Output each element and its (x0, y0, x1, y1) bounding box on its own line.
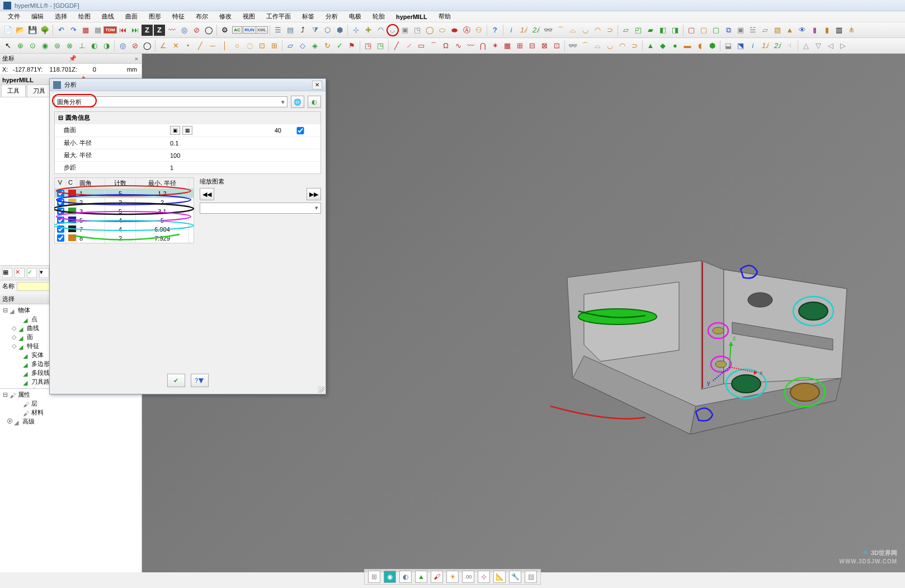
tb-open-icon[interactable]: 📂 (15, 25, 26, 36)
tb-no2-icon[interactable]: ⊘ (129, 40, 140, 51)
tb-check-icon[interactable]: ✓ (334, 40, 345, 51)
tb-run-icon[interactable]: RUN (244, 25, 255, 36)
tb-z2-icon[interactable]: Z (154, 25, 165, 36)
help-button[interactable]: ?⯆ (191, 374, 209, 387)
tb-line1-icon[interactable]: ╱ (391, 40, 402, 51)
tb-sq4-icon[interactable]: ▣ (735, 25, 746, 36)
tb-axis-icon[interactable]: ⊹ (350, 25, 361, 36)
tb-grid2-icon[interactable]: ⊟ (526, 40, 538, 51)
tb-wave2-icon[interactable]: 〰 (465, 40, 476, 51)
tb-arc1-icon[interactable]: ⌒ (555, 25, 566, 36)
tb-arc7-icon[interactable]: ⌒ (579, 40, 591, 51)
tb-edge-icon[interactable]: ▣ (399, 25, 411, 36)
tb-arc11-icon[interactable]: ⊃ (629, 40, 640, 51)
tb-arc3-icon[interactable]: ◡ (579, 25, 591, 36)
col-minr[interactable]: 最小. 半径 (136, 178, 189, 189)
tb-tri2-icon[interactable]: ▽ (813, 40, 824, 51)
col-c[interactable]: C (66, 178, 77, 189)
menu-tire[interactable]: 轮胎 (367, 11, 390, 22)
status-wire-icon[interactable]: ⊞ (368, 571, 380, 583)
tb-rect-icon[interactable]: ▭ (416, 40, 427, 51)
tb-ring-icon[interactable]: ◯ (203, 25, 214, 36)
tb-layer2-icon[interactable]: ☱ (747, 25, 758, 36)
moon-button[interactable]: ◐ (308, 96, 321, 108)
x-input[interactable] (10, 66, 37, 73)
tb-sq1-icon[interactable]: ▢ (686, 25, 697, 36)
status-layer-icon[interactable]: ▤ (525, 571, 537, 583)
tb-ext2-icon[interactable]: ◆ (657, 40, 668, 51)
tb-boxcir-icon[interactable]: ⊡ (256, 40, 267, 51)
menu-electrode[interactable]: 电极 (343, 11, 367, 22)
tb-surf3-icon[interactable]: ▰ (645, 25, 656, 36)
tb-slash-icon[interactable]: ╱ (195, 40, 206, 51)
tb-plane1-icon[interactable]: ▱ (285, 40, 296, 51)
tb-surf2-icon[interactable]: ◰ (633, 25, 644, 36)
menu-help[interactable]: 帮助 (433, 11, 456, 22)
tb-shape2-icon[interactable]: ⬬ (449, 25, 460, 36)
table-row[interactable]: 222 (55, 198, 194, 207)
tb-shape-icon[interactable]: ⬭ (436, 25, 447, 36)
tb-sq3-icon[interactable]: ▢ (710, 25, 722, 36)
tb-snap-tan-icon[interactable]: ◐ (88, 40, 100, 51)
table-row[interactable]: 151.2 (55, 189, 194, 198)
tb-save-icon[interactable]: 💾 (27, 25, 38, 36)
tb-tri4-icon[interactable]: ▷ (837, 40, 849, 51)
tb-target2-icon[interactable]: ◎ (117, 40, 128, 51)
tb-no-icon[interactable]: ⊘ (191, 25, 202, 36)
tb-person-icon[interactable]: ⚇ (473, 25, 484, 36)
z-input[interactable] (79, 66, 96, 73)
tb-grid-icon[interactable]: ▦ (80, 25, 91, 36)
tb-omega-icon[interactable]: Ω (440, 40, 451, 51)
tb-snap-ctr-icon[interactable]: ⊚ (51, 40, 63, 51)
menu-hypermill[interactable]: hyperMILL (390, 12, 433, 21)
tb-info2-icon[interactable]: i (747, 40, 758, 51)
tb-funnel-icon[interactable]: ⧩ (309, 25, 320, 36)
tb-col1-icon[interactable]: ▮ (809, 25, 820, 36)
tb-sq2-icon[interactable]: ▢ (698, 25, 709, 36)
maxr-value[interactable]: 100 (170, 152, 180, 159)
tb-target-icon[interactable]: ◎ (178, 25, 190, 36)
row-checkbox[interactable] (57, 234, 64, 242)
menu-modify[interactable]: 修改 (214, 11, 237, 22)
menu-shape[interactable]: 图形 (143, 11, 167, 22)
tb-new-icon[interactable]: 📄 (2, 25, 13, 36)
tb-arc5-icon[interactable]: ⊃ (604, 25, 615, 36)
menu-analyze[interactable]: 分析 (320, 11, 343, 22)
pick-button-1[interactable]: ▣ (170, 126, 180, 135)
table-row[interactable]: 545 (55, 216, 194, 225)
tb-plus-icon[interactable]: ✚ (362, 25, 374, 36)
pick-button-2[interactable]: ▦ (182, 126, 192, 135)
tree-node[interactable]: ⦿◢高级 (2, 417, 139, 426)
tb-snap-int-icon[interactable]: ⊗ (64, 40, 75, 51)
status-tool-icon[interactable]: 🔧 (509, 571, 521, 583)
menu-curve[interactable]: 曲线 (96, 11, 120, 22)
bi-del-icon[interactable]: ✕ (15, 268, 25, 278)
tb-info-icon[interactable]: i (506, 25, 517, 36)
zoom-select[interactable] (200, 203, 321, 214)
tb-loft-icon[interactable]: ⊠ (539, 40, 550, 51)
tb-col2-icon[interactable]: ▮ (821, 25, 832, 36)
table-row[interactable]: 353.1 (55, 207, 194, 216)
tb-snap-near-icon[interactable]: ◑ (101, 40, 112, 51)
row-checkbox[interactable] (57, 190, 64, 197)
dialog-close-button[interactable]: ✕ (312, 81, 322, 90)
tb-surf5-icon[interactable]: ◨ (670, 25, 681, 36)
dialog-titlebar[interactable]: 分析 ✕ (50, 79, 326, 91)
tb-surf4-icon[interactable]: ◧ (657, 25, 668, 36)
minr-value[interactable]: 0.1 (170, 140, 178, 147)
tb-plane3-icon[interactable]: ◈ (309, 40, 320, 51)
tb-snap-end-icon[interactable]: ⊙ (27, 40, 38, 51)
tb-redo-icon[interactable]: ↷ (68, 25, 79, 36)
tb-dot-icon[interactable]: • (182, 40, 194, 51)
tb-glasses-icon[interactable]: 👓 (543, 25, 554, 36)
status-hidden-icon[interactable]: ◐ (399, 571, 412, 583)
tb-tool1-icon[interactable]: ⬓ (723, 40, 734, 51)
tb-ext4-icon[interactable]: ▬ (682, 40, 693, 51)
menu-workplane[interactable]: 工作平面 (261, 11, 296, 22)
row-checkbox[interactable] (57, 208, 64, 215)
tb-arc4-icon[interactable]: ◠ (592, 25, 603, 36)
tb-cursor-icon[interactable]: ↖ (2, 40, 13, 51)
tb-tri1-icon[interactable]: △ (800, 40, 812, 51)
tb-circle-icon[interactable]: ◯ (424, 25, 435, 36)
tb-snap-perp-icon[interactable]: ⊥ (76, 40, 87, 51)
